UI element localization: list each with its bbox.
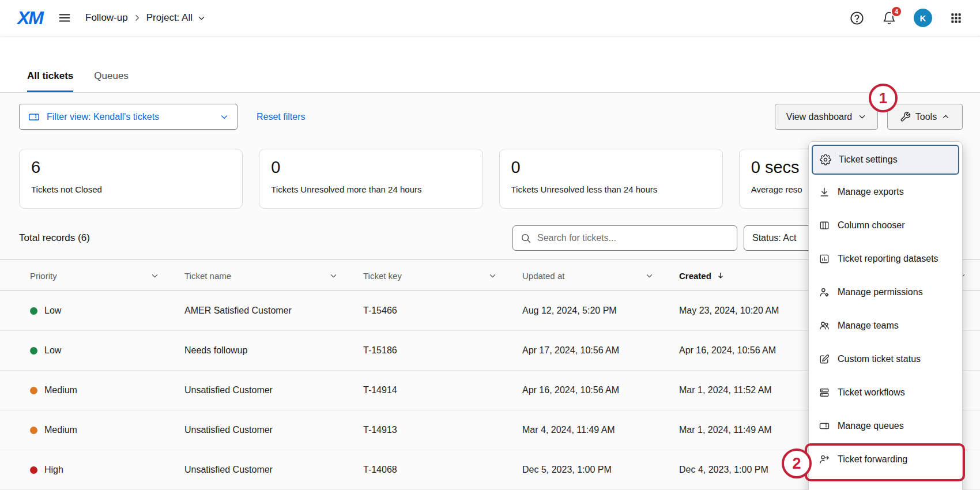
priority-dot-high bbox=[30, 466, 37, 474]
ticket-name-cell: AMER Satisfied Customer bbox=[184, 306, 363, 316]
chevron-down-icon bbox=[150, 272, 159, 280]
updated-at-cell: Mar 4, 2024, 11:49 AM bbox=[522, 425, 679, 435]
column-header-updated-at[interactable]: Updated at bbox=[522, 260, 679, 291]
updated-at-cell: Apr 17, 2024, 10:56 AM bbox=[522, 345, 679, 356]
column-label: Ticket key bbox=[363, 271, 402, 281]
user-avatar[interactable]: K bbox=[914, 9, 932, 27]
reset-filters-link[interactable]: Reset filters bbox=[257, 104, 305, 130]
menu-item-label: Custom ticket status bbox=[838, 354, 921, 364]
breadcrumb-project-name[interactable]: Follow-up bbox=[85, 12, 128, 24]
menu-item-manage-exports[interactable]: Manage exports bbox=[809, 175, 962, 209]
view-dashboard-label: View dashboard bbox=[786, 112, 852, 122]
chevron-down-icon bbox=[329, 272, 338, 280]
xm-logo[interactable]: XM bbox=[17, 7, 43, 29]
ticket-search bbox=[512, 225, 737, 251]
tools-button[interactable]: Tools bbox=[887, 104, 963, 130]
stat-value: 6 bbox=[31, 158, 231, 177]
updated-at-cell: Aug 12, 2024, 5:20 PM bbox=[522, 306, 679, 316]
hamburger-menu-icon[interactable] bbox=[58, 11, 71, 25]
menu-item-label: Manage exports bbox=[838, 187, 904, 197]
view-dashboard-button[interactable]: View dashboard bbox=[775, 104, 878, 130]
priority-label: Low bbox=[44, 306, 61, 316]
ticket-name-cell: Unsatisfied Customer bbox=[184, 425, 363, 435]
total-records-label: Total records (6) bbox=[19, 225, 90, 251]
stat-label: Tickets not Closed bbox=[31, 184, 231, 194]
ticket-key-cell: T-15186 bbox=[363, 345, 522, 356]
status-filter-label: Status: Act bbox=[752, 233, 796, 243]
stat-value: 0 bbox=[511, 158, 711, 177]
person-gear-icon bbox=[819, 287, 830, 298]
menu-item-label: Ticket settings bbox=[839, 154, 898, 165]
ticket-key-cell: T-15466 bbox=[363, 306, 522, 316]
menu-item-manage-permissions[interactable]: Manage permissions bbox=[809, 276, 962, 309]
chevron-down-icon bbox=[197, 14, 206, 22]
priority-cell: Low bbox=[30, 345, 184, 356]
menu-item-ticket-forwarding[interactable]: Ticket forwarding bbox=[809, 443, 962, 476]
column-header-ticket-name[interactable]: Ticket name bbox=[184, 260, 363, 291]
notification-count-badge: 4 bbox=[891, 6, 902, 17]
chevron-down-icon bbox=[220, 112, 229, 122]
stat-label: Tickets Unresolved less than 24 hours bbox=[511, 184, 711, 194]
column-header-ticket-key[interactable]: Ticket key bbox=[363, 260, 522, 291]
wrench-icon bbox=[900, 111, 911, 122]
app-grid-icon[interactable] bbox=[949, 12, 963, 25]
stat-label: Tickets Unresolved more than 24 hours bbox=[271, 184, 470, 194]
topbar-actions: 4 K bbox=[849, 9, 963, 27]
menu-item-label: Ticket reporting datasets bbox=[838, 254, 938, 264]
column-header-priority[interactable]: Priority bbox=[30, 260, 184, 291]
chevron-right-icon bbox=[133, 13, 142, 22]
menu-item-ticket-workflows[interactable]: Ticket workflows bbox=[809, 376, 962, 409]
column-label: Ticket name bbox=[184, 271, 231, 281]
ticket-name-cell: Unsatisfied Customer bbox=[184, 385, 363, 395]
column-label: Updated at bbox=[522, 271, 564, 281]
dataset-icon bbox=[819, 253, 830, 265]
priority-cell: Medium bbox=[30, 385, 184, 395]
chevron-up-icon bbox=[941, 112, 950, 121]
ticket-icon bbox=[28, 111, 40, 123]
filter-view-dropdown[interactable]: Filter view: Kendall's tickets bbox=[19, 104, 238, 130]
breadcrumb-project-scope[interactable]: Project: All bbox=[146, 12, 206, 24]
tab-queues[interactable]: Queues bbox=[94, 70, 129, 92]
menu-item-label: Manage permissions bbox=[838, 287, 923, 297]
menu-item-ticket-settings[interactable]: Ticket settings bbox=[812, 145, 959, 175]
help-icon[interactable] bbox=[849, 10, 865, 26]
top-bar: XM Follow-up Project: All 4 K bbox=[0, 0, 980, 36]
menu-item-column-chooser[interactable]: Column chooser bbox=[809, 209, 962, 242]
chevron-down-icon bbox=[645, 272, 654, 280]
priority-dot-medium bbox=[30, 387, 37, 394]
column-label: Priority bbox=[30, 271, 57, 281]
edit-icon bbox=[819, 353, 830, 365]
updated-at-cell: Apr 16, 2024, 10:56 AM bbox=[522, 385, 679, 395]
menu-item-label: Manage queues bbox=[838, 421, 904, 431]
filter-view-label: Filter view: Kendall's tickets bbox=[47, 112, 159, 122]
menu-item-label: Ticket forwarding bbox=[838, 454, 907, 465]
chevron-down-icon bbox=[488, 272, 497, 280]
menu-item-label: Ticket workflows bbox=[838, 387, 905, 398]
tab-all-tickets[interactable]: All tickets bbox=[27, 70, 73, 92]
ticket-key-cell: T-14068 bbox=[363, 465, 522, 475]
priority-label: High bbox=[44, 465, 63, 475]
priority-label: Medium bbox=[44, 425, 77, 435]
menu-item-custom-ticket-status[interactable]: Custom ticket status bbox=[809, 342, 962, 376]
priority-cell: High bbox=[30, 465, 184, 475]
tools-dropdown-menu: Ticket settings Manage exports Column ch… bbox=[808, 141, 963, 490]
priority-dot-low bbox=[30, 307, 37, 315]
columns-icon bbox=[819, 220, 830, 231]
project-scope-label: Project: All bbox=[146, 12, 193, 24]
notifications-bell-icon[interactable]: 4 bbox=[882, 11, 896, 25]
tickets-tab-bar: All tickets Queues bbox=[0, 36, 980, 93]
menu-item-ticket-reporting-datasets[interactable]: Ticket reporting datasets bbox=[809, 242, 962, 276]
ticket-name-cell: Needs followup bbox=[184, 345, 363, 356]
ticket-icon bbox=[819, 420, 830, 432]
download-icon bbox=[819, 186, 830, 198]
updated-at-cell: Dec 5, 2023, 1:00 PM bbox=[522, 465, 679, 475]
menu-item-manage-teams[interactable]: Manage teams bbox=[809, 309, 962, 342]
menu-item-manage-queues[interactable]: Manage queues bbox=[809, 409, 962, 443]
priority-cell: Medium bbox=[30, 425, 184, 435]
people-icon bbox=[819, 320, 830, 331]
stat-card-unresolved-less-24h: 0 Tickets Unresolved less than 24 hours bbox=[499, 149, 723, 209]
person-arrow-icon bbox=[819, 454, 830, 465]
search-input[interactable] bbox=[537, 233, 730, 243]
priority-dot-medium bbox=[30, 427, 37, 434]
search-icon bbox=[520, 232, 532, 244]
